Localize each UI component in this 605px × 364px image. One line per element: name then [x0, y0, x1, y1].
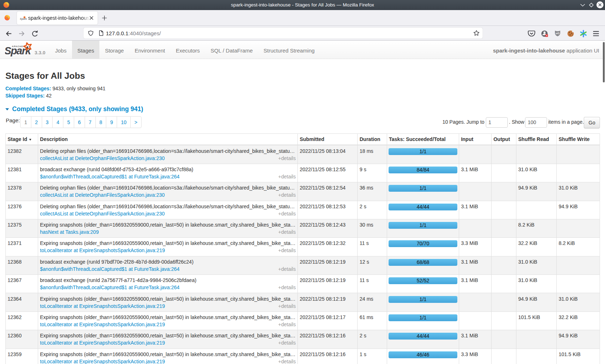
svg-text:Spark: Spark — [20, 18, 27, 21]
svg-text:uO: uO — [556, 32, 560, 35]
svg-text:Spark: Spark — [5, 45, 32, 56]
